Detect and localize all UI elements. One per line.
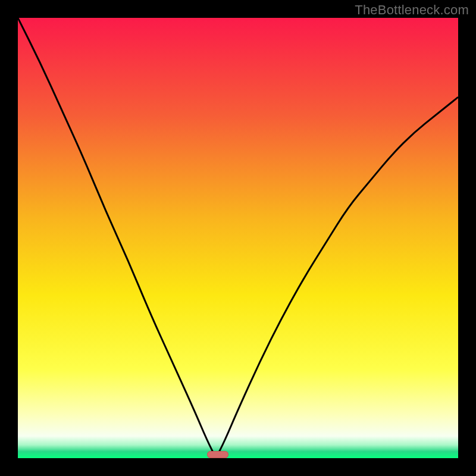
plot-area — [18, 18, 458, 458]
watermark-text: TheBottleneck.com — [355, 2, 469, 18]
chart-frame: TheBottleneck.com — [0, 0, 476, 476]
optimum-marker — [207, 451, 228, 458]
curve-left — [18, 18, 216, 458]
curve-right — [216, 97, 458, 458]
bottleneck-curves — [18, 18, 458, 458]
